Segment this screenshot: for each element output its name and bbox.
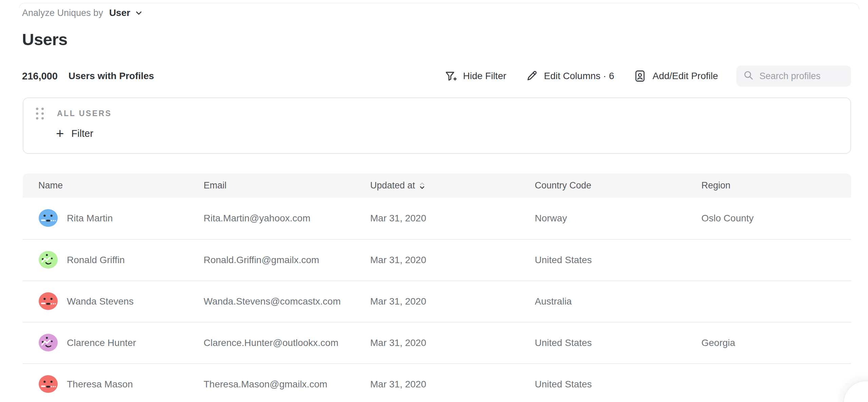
search-profiles-box[interactable]: [736, 66, 851, 87]
user-email: Wanda.Stevens@comcastx.com: [204, 296, 370, 307]
user-name: Theresa Mason: [67, 379, 133, 390]
user-avatar: [38, 209, 58, 228]
edit-columns-button[interactable]: Edit Columns · 6: [525, 70, 614, 83]
hide-filter-button[interactable]: Hide Filter: [444, 70, 506, 83]
user-updated-at: Mar 31, 2020: [370, 255, 535, 266]
user-count-label: Users with Profiles: [69, 71, 154, 81]
user-updated-at: Mar 31, 2020: [370, 379, 535, 390]
table-row[interactable]: Wanda Stevens Wanda.Stevens@comcastx.com…: [23, 280, 851, 322]
user-name: Rita Martin: [67, 213, 113, 224]
add-edit-profile-button[interactable]: Add/Edit Profile: [633, 69, 718, 83]
analyze-by-dropdown[interactable]: User: [109, 7, 143, 18]
contact-card-icon: [633, 69, 647, 83]
user-updated-at: Mar 31, 2020: [370, 337, 535, 348]
users-table: Name Email Updated at Country Code Regio…: [23, 173, 851, 402]
user-country: United States: [535, 379, 701, 390]
filter-card: ALL USERS + Filter: [23, 97, 851, 154]
user-name: Wanda Stevens: [67, 296, 134, 307]
user-country: Norway: [535, 213, 701, 224]
analyze-uniques-row: Analyze Uniques by User: [22, 7, 143, 18]
content-card-top-edge: [19, 3, 859, 9]
pencil-icon: [525, 70, 538, 83]
user-updated-at: Mar 31, 2020: [370, 213, 535, 224]
user-name: Ronald Griffin: [67, 255, 125, 266]
add-filter-label: Filter: [71, 128, 93, 139]
user-country: United States: [535, 255, 701, 266]
hide-filter-label: Hide Filter: [463, 71, 506, 81]
page-title: Users: [22, 30, 68, 49]
sort-chevrons-icon: [419, 182, 425, 189]
column-header-name[interactable]: Name: [38, 180, 204, 191]
analyze-by-value: User: [109, 7, 130, 18]
funnel-plus-icon: [444, 70, 457, 83]
table-row[interactable]: Ronald Griffin Ronald.Griffin@gmailx.com…: [23, 239, 851, 280]
table-header-row: Name Email Updated at Country Code Regio…: [23, 173, 851, 198]
user-avatar: [38, 375, 58, 394]
plus-icon: +: [56, 127, 64, 140]
add-edit-profile-label: Add/Edit Profile: [653, 71, 718, 81]
user-country: Australia: [535, 296, 701, 307]
user-name: Clarence Hunter: [67, 337, 136, 348]
analyze-uniques-label: Analyze Uniques by: [22, 8, 103, 18]
column-header-updated-at[interactable]: Updated at: [370, 180, 535, 191]
table-row[interactable]: Theresa Mason Theresa.Mason@gmailx.com M…: [23, 363, 851, 402]
user-avatar: [38, 251, 58, 270]
user-email: Clarence.Hunter@outlookx.com: [204, 337, 370, 348]
toolbar: Hide Filter Edit Columns · 6 Add/Edit Pr…: [425, 66, 851, 87]
table-row[interactable]: Rita Martin Rita.Martin@yahoox.com Mar 3…: [23, 198, 851, 239]
table-row[interactable]: Clarence Hunter Clarence.Hunter@outlookx…: [23, 322, 851, 363]
search-profiles-input[interactable]: [759, 71, 844, 81]
user-email: Rita.Martin@yahoox.com: [204, 213, 370, 224]
chevron-down-icon: [134, 8, 143, 17]
drag-dots-icon[interactable]: [35, 106, 45, 121]
user-email: Ronald.Griffin@gmailx.com: [204, 255, 370, 266]
column-header-region[interactable]: Region: [701, 180, 851, 191]
magnifier-icon: [743, 70, 754, 82]
user-count: 216,000: [22, 71, 58, 82]
column-header-country-code[interactable]: Country Code: [535, 180, 701, 191]
user-region: Georgia: [701, 337, 851, 348]
user-region: Oslo County: [701, 213, 851, 224]
edit-columns-label: Edit Columns · 6: [544, 71, 614, 81]
column-header-email[interactable]: Email: [204, 180, 370, 191]
user-avatar: [38, 292, 58, 311]
add-filter-button[interactable]: + Filter: [56, 127, 93, 140]
user-country: United States: [535, 337, 701, 348]
user-avatar: [38, 333, 58, 352]
stats-toolbar-row: 216,000 Users with Profiles Hide Filter …: [22, 65, 851, 87]
all-users-group-label: ALL USERS: [57, 109, 112, 118]
table-body: Rita Martin Rita.Martin@yahoox.com Mar 3…: [23, 198, 851, 402]
user-updated-at: Mar 31, 2020: [370, 296, 535, 307]
user-email: Theresa.Mason@gmailx.com: [204, 379, 370, 390]
